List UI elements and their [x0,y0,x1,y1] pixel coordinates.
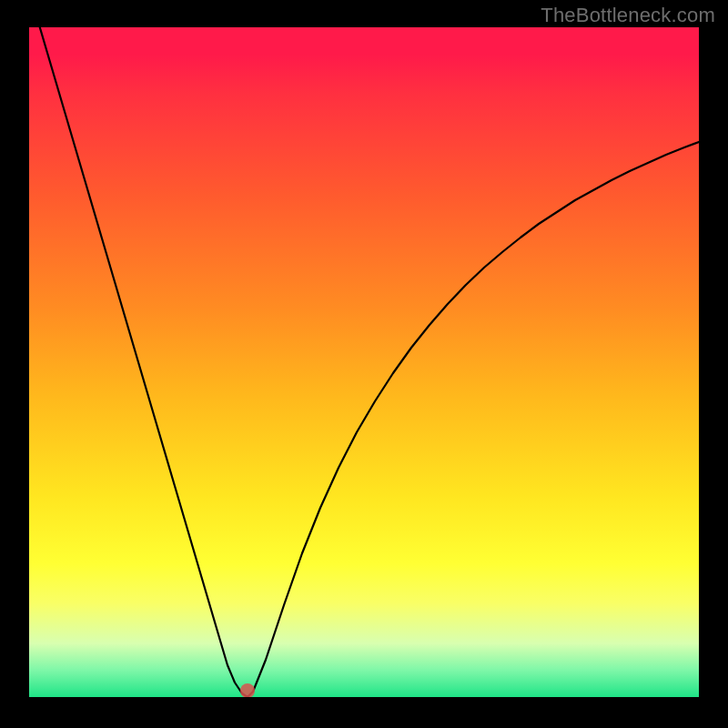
chart-container: TheBottleneck.com [0,0,728,728]
minimum-marker-icon [240,683,255,697]
watermark-text: TheBottleneck.com [541,4,715,27]
plot-area [29,27,699,697]
bottleneck-curve [29,27,699,697]
